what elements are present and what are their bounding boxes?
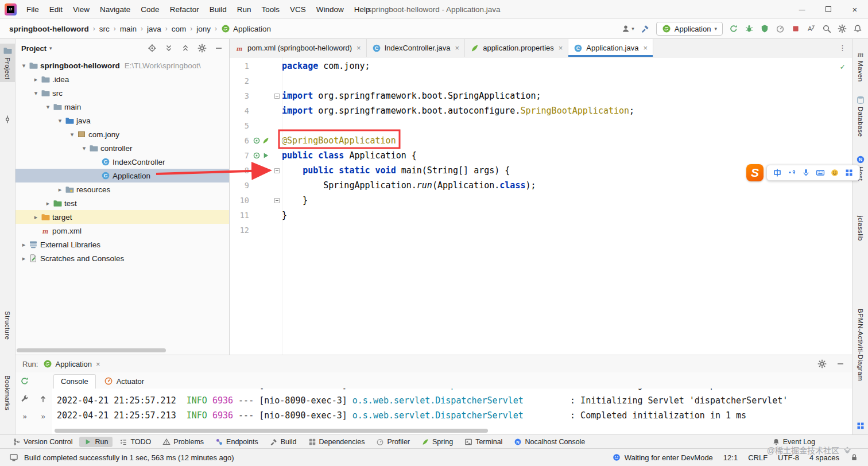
code-line-10[interactable]: 10 } <box>230 193 852 208</box>
close-icon[interactable]: × <box>559 44 563 52</box>
toolwindow-button-profiler[interactable]: Profiler <box>371 437 414 447</box>
ime-keyboard-icon[interactable] <box>816 168 825 177</box>
window-close-button[interactable]: × <box>842 0 868 19</box>
editor-tab-indexcontroller-java[interactable]: CIndexController.java× <box>367 39 466 57</box>
stop-button[interactable] <box>791 24 800 33</box>
code-line-4[interactable]: 4import org.springframework.boot.autocon… <box>230 103 852 118</box>
breadcrumb-item-application[interactable]: Application <box>221 24 271 33</box>
tool-stripe-button-bpmn-activiti-diagram[interactable]: BPMN-Activiti-Diagram <box>852 306 868 383</box>
search-everywhere-icon[interactable] <box>822 24 831 33</box>
menu-run[interactable]: Run <box>232 0 257 19</box>
chevron-down-icon[interactable]: ▾ <box>49 45 52 51</box>
tree-item-controller[interactable]: ▾controller <box>16 141 229 155</box>
tool-stripe-button-database[interactable]: Database <box>852 93 868 139</box>
tree-item-pom-xml[interactable]: mpom.xml <box>16 224 229 238</box>
settings-gear-icon[interactable] <box>838 24 847 33</box>
tree-chevron-right-icon[interactable]: ▸ <box>31 76 41 83</box>
tree-item-java[interactable]: ▾java <box>16 114 229 127</box>
toolwindow-button-version-control[interactable]: Version Control <box>8 437 77 447</box>
fold-marker[interactable] <box>272 168 282 173</box>
tree-chevron-right-icon[interactable]: ▸ <box>31 213 41 221</box>
tool-stripe-button-project[interactable]: Project <box>0 44 15 82</box>
window-minimize-button[interactable]: ─ <box>789 0 815 19</box>
tree-chevron-right-icon[interactable]: ▸ <box>55 186 65 193</box>
overflow-chevrons-icon[interactable]: » <box>22 412 26 421</box>
close-icon[interactable]: × <box>643 44 648 52</box>
tree-item-application[interactable]: CApplication <box>16 169 229 182</box>
close-icon[interactable]: × <box>455 44 460 52</box>
toolwindow-button-problems[interactable]: Problems <box>158 437 208 447</box>
project-horizontal-scrollbar[interactable] <box>17 348 166 352</box>
menu-code[interactable]: Code <box>135 0 164 19</box>
console-output[interactable]: 2022-04-21 21:25:57.212 INFO 6936 --- [n… <box>52 389 852 434</box>
tree-chevron-down-icon[interactable]: ▾ <box>43 103 53 111</box>
breadcrumb-item-jony[interactable]: jony <box>196 25 211 33</box>
coverage-button[interactable] <box>760 24 769 33</box>
close-icon[interactable]: × <box>356 44 361 52</box>
code-line-12[interactable]: 12 <box>230 223 852 238</box>
editor-body[interactable]: 1package com.jony;23import org.springfra… <box>230 57 852 355</box>
tree-item-test[interactable]: ▸test <box>16 196 229 210</box>
tree-item-idea[interactable]: ▸.idea <box>16 72 229 86</box>
editor-tab-application-properties[interactable]: application.properties× <box>465 39 568 57</box>
tree-chevron-down-icon[interactable]: ▾ <box>79 145 89 152</box>
code-line-1[interactable]: 1package com.jony; <box>230 59 852 73</box>
inspections-ok-icon[interactable]: ✓ <box>840 62 845 71</box>
breadcrumb-item-java[interactable]: java <box>147 25 161 33</box>
run-settings-wrench-icon[interactable] <box>20 394 29 403</box>
tool-stripe-button-commit[interactable] <box>0 112 15 126</box>
tree-item-com-jony[interactable]: ▾com.jony <box>16 127 229 141</box>
toolwindow-button-endpoints[interactable]: Endpoints <box>211 437 263 447</box>
spring-bean-gutter-icon[interactable] <box>253 152 261 160</box>
ime-emoji-icon[interactable] <box>830 168 839 177</box>
tree-item-external-libraries[interactable]: ▸External Libraries <box>16 238 229 251</box>
editor-tab-pom-xml-springboot-helloword[interactable]: mpom.xml (springboot-helloword)× <box>230 39 367 57</box>
ime-punct-icon[interactable] <box>787 168 796 177</box>
breadcrumb-item-src[interactable]: src <box>99 25 110 33</box>
select-opened-file-icon[interactable] <box>148 44 157 53</box>
collapse-all-icon[interactable] <box>181 44 190 53</box>
tab-list-more-icon[interactable]: ⋮ <box>833 39 852 57</box>
console-horizontal-scrollbar[interactable] <box>55 429 488 433</box>
fold-marker[interactable] <box>272 198 282 203</box>
spring-leaf-gutter-icon[interactable] <box>262 137 270 145</box>
breadcrumb-item-springboot-helloword[interactable]: springboot-helloword <box>9 25 89 33</box>
ime-mic-icon[interactable] <box>801 168 811 177</box>
tool-stripe-button-grid[interactable] <box>852 419 868 433</box>
caret-position[interactable]: 12:1 <box>723 453 738 462</box>
code-line-11[interactable]: 11} <box>230 208 852 223</box>
close-icon[interactable]: × <box>96 360 100 368</box>
run-configuration-select[interactable]: Application ▾ <box>656 22 723 36</box>
tree-chevron-down-icon[interactable]: ▾ <box>67 131 77 138</box>
scroll-up-icon[interactable] <box>38 394 48 403</box>
breadcrumb-item-com[interactable]: com <box>172 25 187 33</box>
code-line-2[interactable]: 2 <box>230 73 852 88</box>
toolwindow-button-todo[interactable]: TODO <box>115 437 156 447</box>
status-message[interactable]: Build completed successfully in 1 sec, 5… <box>24 453 234 462</box>
overflow-chevrons-icon[interactable]: » <box>41 412 45 421</box>
fold-marker[interactable] <box>272 94 282 99</box>
toolwindow-button-dependencies[interactable]: Dependencies <box>304 437 370 447</box>
toolwindow-button-nocalhost-console[interactable]: NNocalhost Console <box>509 437 590 447</box>
tree-chevron-down-icon[interactable]: ▾ <box>31 90 41 97</box>
code-line-6[interactable]: 6@SpringBootApplication <box>230 133 852 148</box>
window-maximize-button[interactable] <box>815 0 842 19</box>
tree-chevron-down-icon[interactable]: ▾ <box>19 62 29 69</box>
tool-stripe-button-bookmarks[interactable]: Bookmarks <box>0 373 15 413</box>
menu-edit[interactable]: Edit <box>44 0 68 19</box>
toolwindow-button-spring[interactable]: Spring <box>417 437 458 447</box>
breadcrumb-item-main[interactable]: main <box>120 25 137 33</box>
tree-chevron-right-icon[interactable]: ▸ <box>19 255 29 262</box>
debug-button[interactable] <box>745 24 754 33</box>
tree-item-indexcontroller[interactable]: CIndexController <box>16 155 229 169</box>
toolwindow-button-terminal[interactable]: Terminal <box>460 437 507 447</box>
menu-window[interactable]: Window <box>311 0 349 19</box>
menu-build[interactable]: Build <box>204 0 232 19</box>
expand-all-icon[interactable] <box>164 44 173 53</box>
profiler-button[interactable] <box>776 24 785 33</box>
run-play-gutter-icon[interactable] <box>262 152 270 160</box>
code-line-7[interactable]: 7public class Application { <box>230 148 852 163</box>
tree-item-main[interactable]: ▾main <box>16 100 229 114</box>
tree-item-src[interactable]: ▾src <box>16 86 229 100</box>
tree-chevron-right-icon[interactable]: ▸ <box>19 241 29 248</box>
